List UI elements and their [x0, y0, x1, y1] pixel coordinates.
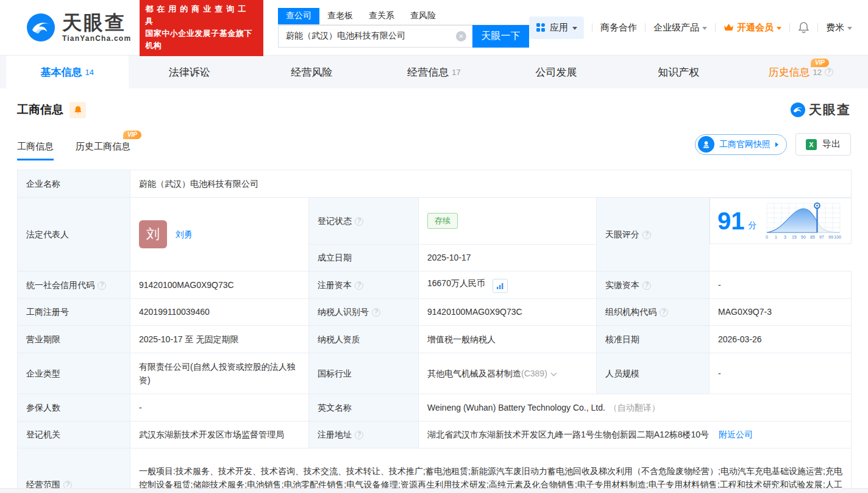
apps-label: 应用	[550, 22, 568, 34]
export-button[interactable]: 导出	[795, 133, 851, 156]
search-tab-relations[interactable]: 查关系	[361, 8, 402, 24]
vip-badge: VIP	[123, 131, 141, 139]
notifications-bell-icon[interactable]	[798, 21, 809, 34]
field-value-company-type: 有限责任公司(自然人投资或控股的法人独资)	[130, 353, 309, 394]
field-value-business-term: 2025-10-17 至 无固定期限	[130, 325, 309, 353]
search-tab-risk[interactable]: 查风险	[402, 8, 444, 24]
field-label-staff-size: 人员规模	[597, 353, 710, 394]
table-row: 经营范围 一般项目:技术服务、技术开发、技术咨询、技术交流、技术转让、技术推广;…	[18, 448, 852, 493]
field-label-insured-count: 参保人数	[18, 394, 130, 421]
field-value-reg-address: 湖北省武汉市东湖新技术开发区九峰一路1号生物创新园二期A12栋8楼10号 附近公…	[419, 421, 852, 448]
search-module: 查公司 查老板 查关系 查风险 天眼一下	[278, 8, 529, 48]
promo-line1: 都在用的商业查询工具	[145, 3, 258, 27]
table-row: 登记机关 武汉东湖新技术开发区市场监督管理局 注册地址 湖北省武汉市东湖新技术开…	[18, 421, 852, 448]
chevron-down-icon	[572, 27, 577, 30]
field-value-reg-capital: 16670万人民币	[419, 271, 597, 298]
industry-code: (C389)	[521, 369, 547, 378]
field-value-reg-authority: 武汉东湖新技术开发区市场监督管理局	[130, 421, 309, 448]
chevron-down-icon	[777, 27, 781, 30]
tab-business-info[interactable]: 经营信息 17	[373, 56, 496, 88]
field-label-approval-date: 核准日期	[597, 325, 710, 353]
help-icon[interactable]	[355, 281, 363, 290]
field-label-est-date: 成立日期	[309, 244, 419, 271]
user-menu[interactable]: 费米	[826, 22, 852, 34]
crown-icon	[724, 23, 734, 32]
field-value-approval-date: 2026-03-26	[710, 325, 852, 353]
field-value-company-name: 蔚能（武汉）电池科技有限公司	[130, 170, 852, 198]
field-value-taxpayer-quality: 增值税一般纳税人	[419, 325, 597, 353]
table-row: 营业期限 2025-10-17 至 无固定期限 纳税人资质 增值税一般纳税人 核…	[18, 325, 852, 353]
field-value-business-scope: 一般项目:技术服务、技术开发、技术咨询、技术交流、技术转让、技术推广;蓄电池租赁…	[130, 448, 852, 493]
svg-text:50: 50	[801, 235, 806, 239]
field-value-staff-size: -	[710, 353, 852, 394]
search-tab-boss[interactable]: 查老板	[319, 8, 361, 24]
search-tab-company[interactable]: 查公司	[278, 8, 319, 24]
clear-search-icon[interactable]	[456, 31, 466, 41]
tab-basic-info[interactable]: 基本信息 14	[6, 56, 129, 88]
field-label-taxpayer-id: 纳税人识别号	[309, 298, 419, 325]
help-icon[interactable]	[642, 231, 651, 239]
apps-grid-icon	[536, 23, 546, 32]
help-icon[interactable]	[642, 281, 651, 290]
tianyancha-logo[interactable]: 天眼查 TianYanCha.com	[27, 13, 131, 42]
field-value-reg-status: 存续	[419, 198, 597, 245]
subscribe-bell-button[interactable]	[69, 102, 86, 118]
subtab-history-registration[interactable]: VIP 历史工商信息	[76, 141, 130, 160]
field-value-insured-count: -	[130, 394, 309, 421]
registration-subtabs: 工商信息 VIP 历史工商信息 工商官网快照 导出	[17, 133, 851, 160]
field-label-org-code: 组织机构代码	[597, 298, 710, 325]
apps-menu[interactable]: 应用	[529, 16, 584, 39]
nearby-companies-link[interactable]: 附近公司	[719, 430, 753, 439]
field-value-est-date: 2025-10-17	[419, 244, 597, 271]
legal-rep-avatar[interactable]: 刘	[139, 220, 167, 248]
nav-enterprise-products[interactable]: 企业级产品	[653, 22, 707, 34]
svg-text:3: 3	[784, 235, 786, 239]
search-tabs: 查公司 查老板 查关系 查风险	[278, 8, 529, 25]
help-icon[interactable]	[825, 68, 833, 76]
tab-company-development[interactable]: 公司发展	[495, 56, 617, 88]
tab-operational-risk[interactable]: 经营风险	[251, 56, 373, 88]
main-content: 工商信息 天眼查 工商信息 VIP 历史工商信息	[0, 101, 868, 493]
stamp-icon	[698, 136, 714, 153]
official-snapshot-button[interactable]: 工商官网快照	[695, 134, 787, 155]
field-value-paid-capital: -	[710, 271, 852, 298]
help-icon[interactable]	[355, 431, 363, 439]
field-label-english-name: 英文名称	[309, 394, 419, 421]
field-value-legal-rep: 刘 刘勇	[130, 198, 309, 272]
field-value-score: 91 分	[710, 198, 852, 244]
svg-text:99: 99	[828, 235, 833, 239]
tab-history-info[interactable]: VIP 历史信息 12	[739, 56, 862, 88]
table-row: 统一社会信用代码 91420100MAG0X9Q73C 注册资本 16670万人…	[18, 271, 852, 298]
help-icon[interactable]	[98, 281, 106, 290]
vip-upgrade-link[interactable]: 开通会员	[724, 22, 781, 34]
field-value-industry: 其他电气机械及器材制造(C389)	[419, 353, 597, 394]
chevron-down-icon	[702, 27, 707, 30]
chevron-down-icon	[847, 27, 852, 30]
excel-icon	[806, 139, 817, 150]
help-icon[interactable]	[660, 308, 668, 317]
subtab-business-registration[interactable]: 工商信息	[17, 141, 54, 160]
nav-divider	[817, 23, 818, 32]
field-label-company-type: 企业类型	[18, 353, 130, 394]
chevron-down-icon[interactable]	[550, 370, 557, 376]
search-button[interactable]: 天眼一下	[472, 25, 529, 48]
svg-text:100: 100	[834, 235, 841, 239]
table-row: 工商注册号 420199110039460 纳税人识别号 91420100MAG…	[18, 298, 852, 325]
table-row: 参保人数 - 英文名称 Weineng (Wuhan) Battery Tech…	[18, 394, 852, 421]
tab-intellectual-property[interactable]: 知识产权	[617, 56, 740, 88]
svg-text:85: 85	[810, 235, 815, 239]
field-label-taxpayer-quality: 纳税人资质	[309, 325, 419, 353]
capital-chart-icon[interactable]	[493, 279, 508, 293]
site-header: 天眼查 TianYanCha.com 都在用的商业查询工具 国家中小企业发展子基…	[0, 0, 868, 55]
field-value-taxpayer-id: 91420100MAG0X9Q73C	[419, 298, 597, 325]
help-icon[interactable]	[372, 308, 380, 317]
legal-rep-link[interactable]: 刘勇	[176, 228, 193, 241]
help-icon[interactable]	[355, 217, 363, 226]
search-input[interactable]	[278, 25, 472, 48]
table-row: 企业名称 蔚能（武汉）电池科技有限公司	[18, 170, 852, 198]
tianyancha-logo-icon	[27, 13, 55, 41]
tab-legal-proceedings[interactable]: 法律诉讼	[129, 56, 251, 88]
arrow-right-icon	[775, 142, 778, 147]
svg-text:97: 97	[819, 235, 824, 239]
nav-cooperation[interactable]: 商务合作	[600, 22, 637, 34]
